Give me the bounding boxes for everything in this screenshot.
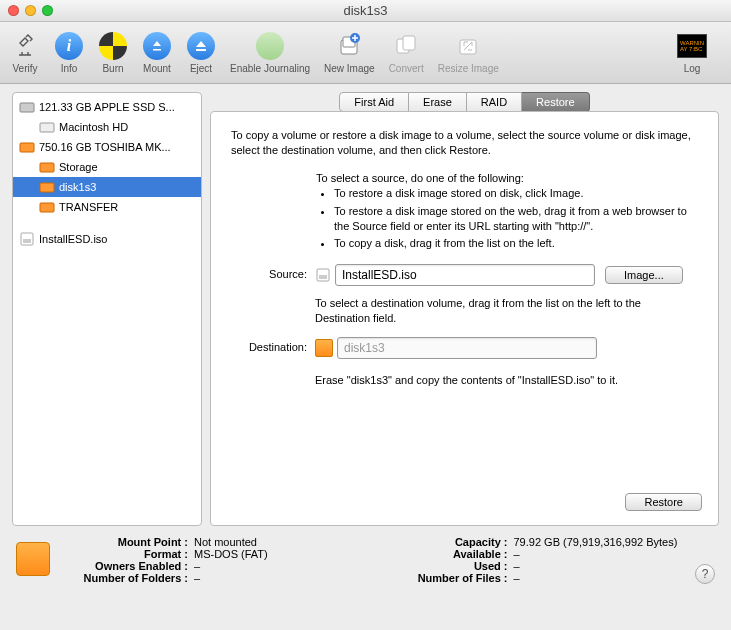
toolbar-label: Eject — [190, 63, 212, 74]
disk-sidebar[interactable]: 121.33 GB APPLE SSD S... Macintosh HD 75… — [12, 92, 202, 526]
sidebar-item-label: disk1s3 — [59, 181, 96, 193]
resize-image-button[interactable]: Resize Image — [438, 31, 499, 74]
tab-first-aid[interactable]: First Aid — [339, 92, 409, 112]
zoom-window-button[interactable] — [42, 5, 53, 16]
source-instructions: To select a source, do one of the follow… — [316, 171, 698, 252]
toolbar-label: New Image — [324, 63, 375, 74]
external-volume-icon — [39, 199, 55, 215]
sidebar-volume[interactable]: Macintosh HD — [13, 117, 201, 137]
mount-button[interactable]: Mount — [142, 31, 172, 74]
sidebar-disk[interactable]: 750.16 GB TOSHIBA MK... — [13, 137, 201, 157]
help-button[interactable]: ? — [695, 564, 715, 584]
tab-restore[interactable]: Restore — [522, 92, 590, 112]
sidebar-item-label: Macintosh HD — [59, 121, 128, 133]
toolbar-label: Convert — [389, 63, 424, 74]
toolbar: Verify i Info Burn Mount Eject Enable Jo… — [0, 22, 731, 84]
tab-raid[interactable]: RAID — [467, 92, 522, 112]
convert-icon — [391, 31, 421, 61]
sidebar-item-label: Storage — [59, 161, 98, 173]
selected-volume-icon — [16, 542, 50, 576]
toolbar-label: Verify — [12, 63, 37, 74]
erase-summary: Erase "disk1s3" and copy the contents of… — [315, 373, 698, 388]
new-image-button[interactable]: New Image — [324, 31, 375, 74]
destination-instructions: To select a destination volume, drag it … — [315, 296, 698, 327]
journal-icon — [255, 31, 285, 61]
internal-disk-icon — [19, 99, 35, 115]
toolbar-label: Resize Image — [438, 63, 499, 74]
source-field[interactable] — [335, 264, 595, 286]
footer-value: 79.92 GB (79,919,316,992 Bytes) — [514, 536, 678, 548]
burn-button[interactable]: Burn — [98, 31, 128, 74]
sidebar-item-label: InstallESD.iso — [39, 233, 107, 245]
minimize-window-button[interactable] — [25, 5, 36, 16]
titlebar: disk1s3 — [0, 0, 731, 22]
convert-button[interactable]: Convert — [389, 31, 424, 74]
external-volume-icon — [39, 159, 55, 175]
sidebar-volume[interactable]: TRANSFER — [13, 197, 201, 217]
footer-info: ? Mount Point :Not mounted Format :MS-DO… — [0, 534, 731, 594]
footer-key: Format : — [60, 548, 188, 560]
footer-key: Owners Enabled : — [60, 560, 188, 572]
footer-value: MS-DOS (FAT) — [194, 548, 268, 560]
sidebar-volume[interactable]: Storage — [13, 157, 201, 177]
sidebar-image[interactable]: InstallESD.iso — [13, 229, 201, 249]
svg-rect-13 — [23, 239, 31, 243]
sidebar-disk[interactable]: 121.33 GB APPLE SSD S... — [13, 97, 201, 117]
source-label: Source: — [231, 267, 307, 282]
mount-icon — [142, 31, 172, 61]
footer-value: – — [514, 572, 520, 584]
window-controls — [8, 5, 53, 16]
sidebar-item-label: TRANSFER — [59, 201, 118, 213]
resize-icon — [453, 31, 483, 61]
enable-journaling-button[interactable]: Enable Journaling — [230, 31, 310, 74]
footer-key: Number of Folders : — [60, 572, 188, 584]
tab-erase[interactable]: Erase — [409, 92, 467, 112]
disk-image-icon — [315, 267, 331, 283]
instruction-item: To copy a disk, drag it from the list on… — [334, 236, 698, 251]
toolbar-label: Log — [684, 63, 701, 74]
svg-rect-7 — [40, 123, 54, 132]
restore-button[interactable]: Restore — [625, 493, 702, 511]
eject-button[interactable]: Eject — [186, 31, 216, 74]
svg-rect-6 — [20, 103, 34, 112]
svg-rect-4 — [403, 36, 415, 50]
disk-image-icon — [19, 231, 35, 247]
destination-field[interactable] — [337, 337, 597, 359]
footer-key: Used : — [380, 560, 508, 572]
sidebar-volume-selected[interactable]: disk1s3 — [13, 177, 201, 197]
svg-rect-10 — [40, 183, 54, 192]
eject-icon — [186, 31, 216, 61]
microscope-icon — [10, 31, 40, 61]
destination-label: Destination: — [231, 340, 307, 355]
footer-value: – — [514, 560, 520, 572]
instruction-item: To restore a disk image stored on disk, … — [334, 186, 698, 201]
instructions-heading: To select a source, do one of the follow… — [316, 171, 698, 186]
footer-value: – — [514, 548, 520, 560]
close-window-button[interactable] — [8, 5, 19, 16]
new-image-icon — [334, 31, 364, 61]
window-title: disk1s3 — [343, 3, 387, 18]
svg-rect-8 — [20, 143, 34, 152]
toolbar-label: Burn — [102, 63, 123, 74]
external-volume-icon — [315, 339, 333, 357]
external-disk-icon — [19, 139, 35, 155]
info-button[interactable]: i Info — [54, 31, 84, 74]
log-button[interactable]: WARNINAY 7:BC Log — [677, 31, 707, 74]
footer-key: Number of Files : — [380, 572, 508, 584]
toolbar-label: Enable Journaling — [230, 63, 310, 74]
footer-key: Capacity : — [380, 536, 508, 548]
burn-icon — [98, 31, 128, 61]
image-button[interactable]: Image... — [605, 266, 683, 284]
tab-bar: First Aid Erase RAID Restore — [210, 92, 719, 112]
svg-rect-9 — [40, 163, 54, 172]
toolbar-label: Mount — [143, 63, 171, 74]
sidebar-item-label: 750.16 GB TOSHIBA MK... — [39, 141, 171, 153]
svg-rect-15 — [319, 275, 327, 279]
toolbar-label: Info — [61, 63, 78, 74]
instruction-item: To restore a disk image stored on the we… — [334, 204, 698, 235]
destination-row: Destination: — [231, 337, 698, 359]
footer-value: – — [194, 572, 200, 584]
restore-panel: To copy a volume or restore a disk image… — [210, 111, 719, 526]
volume-icon — [39, 119, 55, 135]
verify-button[interactable]: Verify — [10, 31, 40, 74]
